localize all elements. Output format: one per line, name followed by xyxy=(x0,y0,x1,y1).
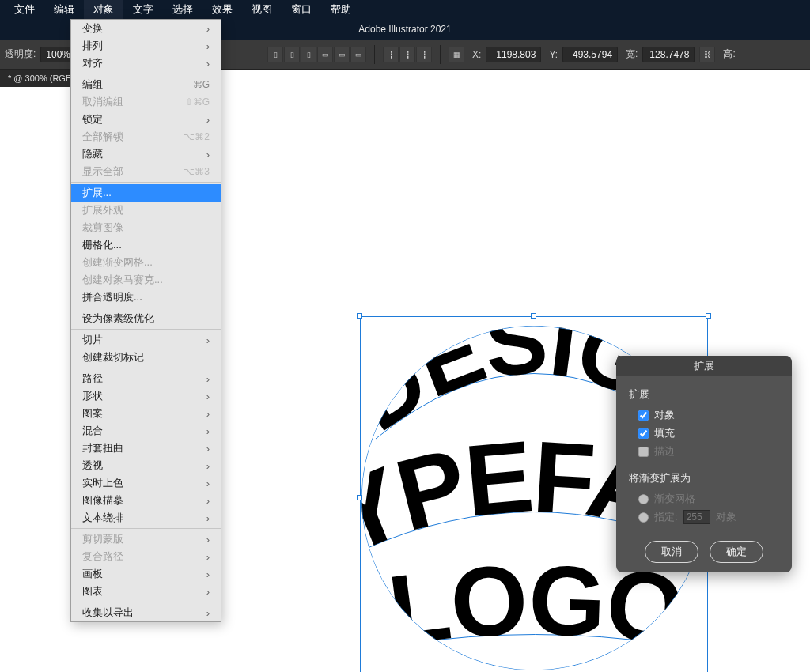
menu-item-变换[interactable]: 变换 xyxy=(71,20,221,37)
menu-item-裁剪图像: 裁剪图像 xyxy=(71,219,221,236)
cb-object-row[interactable]: 对象 xyxy=(638,408,779,422)
dialog-title: 扩展 xyxy=(616,356,792,376)
distribute-icons-group: ┇ ┇ ┇ xyxy=(383,47,432,62)
menu-divider xyxy=(71,368,221,368)
dist-v-top-icon[interactable]: ┇ xyxy=(383,47,399,62)
radio-mesh xyxy=(638,494,649,504)
menu-文字[interactable]: 文字 xyxy=(123,0,163,20)
app-title: Adobe Illustrator 2021 xyxy=(358,24,451,35)
radio-mesh-label: 渐变网格 xyxy=(654,492,695,506)
cb-fill-label: 填充 xyxy=(654,426,675,440)
align-hcenter-icon[interactable]: ▯ xyxy=(284,47,300,62)
menu-divider xyxy=(71,182,221,183)
cb-stroke-label: 描边 xyxy=(654,444,675,459)
menu-item-取消编组: 取消编组⇧⌘G xyxy=(71,93,221,111)
menu-item-显示全部: 显示全部⌥⌘3 xyxy=(71,163,221,180)
menu-item-切片[interactable]: 切片 xyxy=(71,331,221,349)
opacity-label: 透明度: xyxy=(5,47,36,61)
menu-效果[interactable]: 效果 xyxy=(202,0,242,20)
h-label: 高: xyxy=(723,47,735,61)
menu-item-隐藏[interactable]: 隐藏 xyxy=(71,145,221,163)
radio-specify xyxy=(638,512,649,523)
link-wh-icon[interactable]: ⛓ xyxy=(699,47,715,62)
menu-item-排列[interactable]: 排列 xyxy=(71,37,221,55)
object-menu-dropdown[interactable]: 变换排列对齐编组⌘G取消编组⇧⌘G锁定全部解锁⌥⌘2隐藏显示全部⌥⌘3扩展...… xyxy=(70,19,221,622)
y-value[interactable]: 493.5794 xyxy=(562,47,618,62)
menu-item-混合[interactable]: 混合 xyxy=(71,422,221,440)
menu-选择[interactable]: 选择 xyxy=(163,0,202,20)
menu-item-对齐[interactable]: 对齐 xyxy=(71,55,221,72)
align-icons-group: ▯ ▯ ▯ ▭ ▭ ▭ xyxy=(267,47,366,62)
radio-specify-row: 指定: 255 对象 xyxy=(638,510,779,524)
specify-count-field: 255 xyxy=(683,510,710,524)
align-left-icon[interactable]: ▯ xyxy=(267,47,283,62)
menu-divider xyxy=(71,329,221,330)
menu-item-拼合透明度[interactable]: 拼合透明度... xyxy=(71,289,221,306)
menu-divider xyxy=(71,602,221,602)
menu-item-封套扭曲[interactable]: 封套扭曲 xyxy=(71,440,221,457)
y-label: Y: xyxy=(549,49,558,60)
w-value[interactable]: 128.7478 xyxy=(642,47,695,62)
radio-specify-suffix: 对象 xyxy=(716,510,736,524)
menu-item-全部解锁: 全部解锁⌥⌘2 xyxy=(71,128,221,145)
cb-fill[interactable] xyxy=(638,428,649,439)
menu-item-实时上色[interactable]: 实时上色 xyxy=(71,474,221,492)
menu-item-扩展外观: 扩展外观 xyxy=(71,202,221,219)
cancel-button[interactable]: 取消 xyxy=(645,541,698,563)
menu-divider xyxy=(71,308,221,308)
menu-item-创建渐变网格: 创建渐变网格... xyxy=(71,254,221,271)
align-bottom-icon[interactable]: ▭ xyxy=(350,47,366,62)
radio-mesh-row: 渐变网格 xyxy=(638,492,779,506)
align-top-icon[interactable]: ▭ xyxy=(317,47,333,62)
menu-item-收集以导出[interactable]: 收集以导出 xyxy=(71,604,221,621)
cb-stroke-row: 描边 xyxy=(638,444,779,459)
gradient-section-label: 将渐变扩展为 xyxy=(629,471,779,485)
menu-item-透视[interactable]: 透视 xyxy=(71,457,221,474)
menu-item-扩展[interactable]: 扩展... xyxy=(71,184,221,202)
menu-对象[interactable]: 对象 xyxy=(84,0,123,20)
cb-fill-row[interactable]: 填充 xyxy=(638,426,779,440)
radio-specify-prefix: 指定: xyxy=(654,510,678,524)
menu-item-编组[interactable]: 编组⌘G xyxy=(71,76,221,93)
menu-item-图像描摹[interactable]: 图像描摹 xyxy=(71,492,221,509)
expand-dialog[interactable]: 扩展 扩展 对象 填充 描边 将渐变扩展为 渐变网格 指定: 255 对象 取消… xyxy=(616,356,792,572)
menu-窗口[interactable]: 窗口 xyxy=(282,0,321,20)
x-value[interactable]: 1198.803 xyxy=(486,47,541,62)
expand-section-label: 扩展 xyxy=(629,387,779,402)
menu-文件[interactable]: 文件 xyxy=(5,0,44,20)
menu-item-创建裁切标记[interactable]: 创建裁切标记 xyxy=(71,349,221,366)
x-label: X: xyxy=(472,49,481,60)
menu-bar: 文件编辑对象文字选择效果视图窗口帮助 xyxy=(0,0,810,19)
menu-item-路径[interactable]: 路径 xyxy=(71,370,221,387)
menu-divider xyxy=(71,528,221,529)
w-label: 宽: xyxy=(626,47,638,61)
menu-divider xyxy=(71,74,221,74)
dist-v-center-icon[interactable]: ┇ xyxy=(399,47,415,62)
menu-item-栅格化[interactable]: 栅格化... xyxy=(71,236,221,254)
menu-item-设为像素级优化[interactable]: 设为像素级优化 xyxy=(71,310,221,327)
menu-item-复合路径: 复合路径 xyxy=(71,548,221,565)
menu-编辑[interactable]: 编辑 xyxy=(44,0,84,20)
menu-帮助[interactable]: 帮助 xyxy=(321,0,361,20)
cb-stroke xyxy=(638,447,649,457)
cb-object-label: 对象 xyxy=(654,408,675,422)
menu-item-画板[interactable]: 画板 xyxy=(71,565,221,583)
cb-object[interactable] xyxy=(638,410,649,421)
dist-v-bottom-icon[interactable]: ┇ xyxy=(416,47,432,62)
menu-视图[interactable]: 视图 xyxy=(242,0,282,20)
menu-item-锁定[interactable]: 锁定 xyxy=(71,111,221,128)
transform-anchor-icon[interactable]: ▦ xyxy=(449,47,464,62)
menu-item-图表[interactable]: 图表 xyxy=(71,583,221,600)
menu-item-剪切蒙版: 剪切蒙版 xyxy=(71,530,221,548)
ok-button[interactable]: 确定 xyxy=(710,541,763,563)
menu-item-图案[interactable]: 图案 xyxy=(71,405,221,422)
align-right-icon[interactable]: ▯ xyxy=(301,47,316,62)
menu-item-形状[interactable]: 形状 xyxy=(71,387,221,405)
menu-item-创建对象马赛克: 创建对象马赛克... xyxy=(71,271,221,289)
align-vcenter-icon[interactable]: ▭ xyxy=(334,47,350,62)
menu-item-文本绕排[interactable]: 文本绕排 xyxy=(71,509,221,527)
